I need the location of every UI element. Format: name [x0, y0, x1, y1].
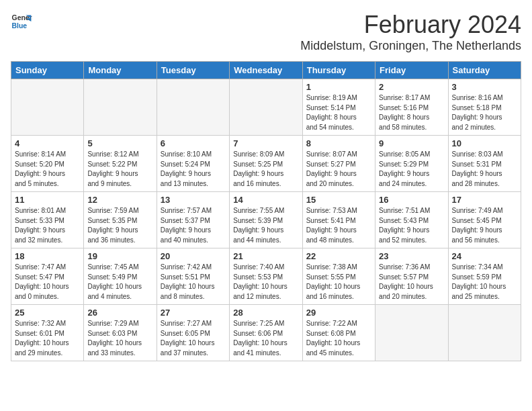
calendar-cell: 1Sunrise: 8:19 AM Sunset: 5:14 PM Daylig… [302, 79, 375, 136]
day-number: 24 [452, 251, 517, 261]
day-info: Sunrise: 7:25 AM Sunset: 6:06 PM Dayligh… [233, 319, 298, 358]
day-number: 14 [233, 195, 298, 205]
day-number: 7 [233, 138, 298, 148]
calendar-title: February 2024 [300, 11, 521, 39]
day-number: 5 [87, 138, 152, 148]
calendar-cell [84, 79, 157, 136]
calendar-cell: 15Sunrise: 7:53 AM Sunset: 5:41 PM Dayli… [302, 192, 375, 248]
calendar-cell: 28Sunrise: 7:25 AM Sunset: 6:06 PM Dayli… [230, 305, 302, 361]
calendar-cell: 22Sunrise: 7:38 AM Sunset: 5:55 PM Dayli… [302, 248, 375, 305]
header-saturday: Saturday [448, 62, 521, 79]
svg-text:Blue: Blue [12, 22, 28, 30]
day-number: 22 [306, 251, 371, 261]
day-info: Sunrise: 8:19 AM Sunset: 5:14 PM Dayligh… [306, 93, 371, 132]
calendar-cell: 7Sunrise: 8:09 AM Sunset: 5:25 PM Daylig… [230, 136, 302, 192]
day-info: Sunrise: 7:53 AM Sunset: 5:41 PM Dayligh… [306, 206, 371, 245]
calendar-cell: 25Sunrise: 7:32 AM Sunset: 6:01 PM Dayli… [11, 305, 84, 361]
header-wednesday: Wednesday [230, 62, 302, 79]
day-number: 18 [15, 251, 80, 261]
day-info: Sunrise: 8:01 AM Sunset: 5:33 PM Dayligh… [15, 206, 80, 245]
calendar-cell: 29Sunrise: 7:22 AM Sunset: 6:08 PM Dayli… [302, 305, 375, 361]
calendar-cell: 18Sunrise: 7:47 AM Sunset: 5:47 PM Dayli… [11, 248, 84, 305]
calendar-cell: 3Sunrise: 8:16 AM Sunset: 5:18 PM Daylig… [448, 79, 521, 136]
day-info: Sunrise: 8:12 AM Sunset: 5:22 PM Dayligh… [87, 150, 152, 189]
day-number: 8 [306, 138, 371, 148]
calendar-cell: 26Sunrise: 7:29 AM Sunset: 6:03 PM Dayli… [84, 305, 157, 361]
header-friday: Friday [375, 62, 448, 79]
day-number: 28 [233, 308, 298, 318]
calendar-subtitle: Middelstum, Groningen, The Netherlands [300, 39, 521, 53]
calendar-cell [448, 305, 521, 361]
calendar-cell [11, 79, 84, 136]
calendar-cell: 14Sunrise: 7:55 AM Sunset: 5:39 PM Dayli… [230, 192, 302, 248]
header-tuesday: Tuesday [157, 62, 229, 79]
day-number: 20 [161, 251, 226, 261]
calendar-week-row: 1Sunrise: 8:19 AM Sunset: 5:14 PM Daylig… [11, 79, 521, 136]
day-number: 9 [379, 138, 444, 148]
day-info: Sunrise: 7:57 AM Sunset: 5:37 PM Dayligh… [161, 206, 226, 245]
day-info: Sunrise: 7:32 AM Sunset: 6:01 PM Dayligh… [15, 319, 80, 358]
day-number: 17 [452, 195, 517, 205]
calendar-cell [375, 305, 448, 361]
calendar-cell: 4Sunrise: 8:14 AM Sunset: 5:20 PM Daylig… [11, 136, 84, 192]
day-info: Sunrise: 8:05 AM Sunset: 5:29 PM Dayligh… [379, 150, 444, 189]
calendar-cell: 27Sunrise: 7:27 AM Sunset: 6:05 PM Dayli… [157, 305, 229, 361]
calendar-cell: 23Sunrise: 7:36 AM Sunset: 5:57 PM Dayli… [375, 248, 448, 305]
day-number: 23 [379, 251, 444, 261]
calendar-cell [157, 79, 229, 136]
day-number: 2 [379, 82, 444, 92]
day-info: Sunrise: 7:38 AM Sunset: 5:55 PM Dayligh… [306, 263, 371, 302]
calendar-week-row: 11Sunrise: 8:01 AM Sunset: 5:33 PM Dayli… [11, 192, 521, 248]
day-info: Sunrise: 8:10 AM Sunset: 5:24 PM Dayligh… [161, 150, 226, 189]
day-number: 1 [306, 82, 371, 92]
day-number: 21 [233, 251, 298, 261]
calendar-cell: 13Sunrise: 7:57 AM Sunset: 5:37 PM Dayli… [157, 192, 229, 248]
calendar-cell: 8Sunrise: 8:07 AM Sunset: 5:27 PM Daylig… [302, 136, 375, 192]
day-number: 12 [87, 195, 152, 205]
day-info: Sunrise: 8:09 AM Sunset: 5:25 PM Dayligh… [233, 150, 298, 189]
title-section: February 2024 Middelstum, Groningen, The… [300, 11, 521, 53]
day-info: Sunrise: 7:59 AM Sunset: 5:35 PM Dayligh… [87, 206, 152, 245]
logo: General Blue [11, 11, 32, 32]
day-info: Sunrise: 7:51 AM Sunset: 5:43 PM Dayligh… [379, 206, 444, 245]
day-info: Sunrise: 7:42 AM Sunset: 5:51 PM Dayligh… [161, 263, 226, 302]
calendar-cell: 19Sunrise: 7:45 AM Sunset: 5:49 PM Dayli… [84, 248, 157, 305]
calendar-table: Sunday Monday Tuesday Wednesday Thursday… [11, 61, 521, 361]
calendar-cell: 12Sunrise: 7:59 AM Sunset: 5:35 PM Dayli… [84, 192, 157, 248]
calendar-cell: 20Sunrise: 7:42 AM Sunset: 5:51 PM Dayli… [157, 248, 229, 305]
day-info: Sunrise: 7:40 AM Sunset: 5:53 PM Dayligh… [233, 263, 298, 302]
day-info: Sunrise: 7:22 AM Sunset: 6:08 PM Dayligh… [306, 319, 371, 358]
calendar-cell: 21Sunrise: 7:40 AM Sunset: 5:53 PM Dayli… [230, 248, 302, 305]
day-info: Sunrise: 8:16 AM Sunset: 5:18 PM Dayligh… [452, 93, 517, 132]
day-info: Sunrise: 8:17 AM Sunset: 5:16 PM Dayligh… [379, 93, 444, 132]
days-header-row: Sunday Monday Tuesday Wednesday Thursday… [11, 62, 521, 79]
day-info: Sunrise: 7:29 AM Sunset: 6:03 PM Dayligh… [87, 319, 152, 358]
calendar-cell: 10Sunrise: 8:03 AM Sunset: 5:31 PM Dayli… [448, 136, 521, 192]
calendar-cell: 2Sunrise: 8:17 AM Sunset: 5:16 PM Daylig… [375, 79, 448, 136]
logo-icon: General Blue [11, 11, 32, 32]
day-number: 4 [15, 138, 80, 148]
calendar-cell: 11Sunrise: 8:01 AM Sunset: 5:33 PM Dayli… [11, 192, 84, 248]
day-number: 19 [87, 251, 152, 261]
calendar-cell [230, 79, 302, 136]
calendar-week-row: 4Sunrise: 8:14 AM Sunset: 5:20 PM Daylig… [11, 136, 521, 192]
day-info: Sunrise: 7:34 AM Sunset: 5:59 PM Dayligh… [452, 263, 517, 302]
day-number: 10 [452, 138, 517, 148]
day-number: 3 [452, 82, 517, 92]
calendar-week-row: 18Sunrise: 7:47 AM Sunset: 5:47 PM Dayli… [11, 248, 521, 305]
day-number: 26 [87, 308, 152, 318]
page-header: General Blue February 2024 Middelstum, G… [11, 11, 521, 53]
calendar-cell: 24Sunrise: 7:34 AM Sunset: 5:59 PM Dayli… [448, 248, 521, 305]
day-number: 15 [306, 195, 371, 205]
day-info: Sunrise: 7:49 AM Sunset: 5:45 PM Dayligh… [452, 206, 517, 245]
header-thursday: Thursday [302, 62, 375, 79]
day-info: Sunrise: 8:03 AM Sunset: 5:31 PM Dayligh… [452, 150, 517, 189]
calendar-cell: 17Sunrise: 7:49 AM Sunset: 5:45 PM Dayli… [448, 192, 521, 248]
day-number: 27 [161, 308, 226, 318]
calendar-cell: 9Sunrise: 8:05 AM Sunset: 5:29 PM Daylig… [375, 136, 448, 192]
day-number: 13 [161, 195, 226, 205]
calendar-week-row: 25Sunrise: 7:32 AM Sunset: 6:01 PM Dayli… [11, 305, 521, 361]
day-number: 11 [15, 195, 80, 205]
day-number: 25 [15, 308, 80, 318]
day-info: Sunrise: 7:55 AM Sunset: 5:39 PM Dayligh… [233, 206, 298, 245]
